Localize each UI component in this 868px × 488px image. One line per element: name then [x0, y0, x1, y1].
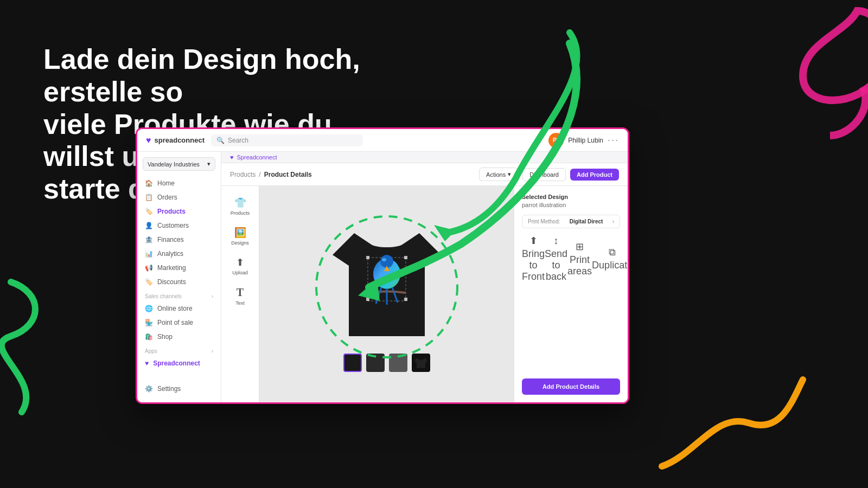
sidebar-label-shop: Shop: [157, 333, 173, 341]
send-to-back-icon: ↕: [554, 235, 559, 247]
right-panel: Selected Design parrot illustration Prin…: [514, 186, 628, 402]
products-icon: 🏷️: [145, 208, 153, 215]
shop-icon: 🛍️: [145, 333, 153, 341]
sidebar-label-customers: Customers: [157, 222, 189, 229]
breadcrumb: Products / Product Details: [230, 171, 312, 178]
tool-products[interactable]: 👕 Products: [225, 192, 256, 220]
add-product-button[interactable]: Add Product: [570, 169, 619, 181]
sidebar-label-discounts: Discounts: [157, 278, 186, 286]
tool-upload-icon: ⬆: [236, 256, 244, 268]
app-logo: ♥ spreadconnect: [146, 136, 205, 145]
logo-text: spreadconnect: [155, 136, 205, 144]
browser-topbar: ♥ spreadconnect 🔍 Search PL Phillip Lubi…: [137, 129, 628, 152]
action-icons-row: ⬆ Bring toFront ↕ Send toback ⊞ Print ar…: [522, 235, 620, 282]
canvas-area: [259, 186, 514, 402]
apps-expand-icon: ›: [212, 348, 213, 354]
shop-name: Vandelay Industries: [148, 161, 200, 168]
settings-label: Settings: [157, 385, 181, 393]
apps-section: Apps ›: [137, 344, 221, 356]
tool-designs[interactable]: 🖼️ Designs: [225, 222, 256, 250]
tool-text[interactable]: T Text: [225, 282, 256, 310]
sidebar-item-customers[interactable]: 👤 Customers: [137, 219, 221, 233]
tool-upload[interactable]: ⬆ Upload: [225, 252, 256, 280]
thumbnail-3[interactable]: [412, 354, 430, 372]
main-content: ♥ Spreadconnect Products / Product Detai…: [221, 152, 628, 402]
marketing-icon: 📢: [145, 264, 153, 272]
sidebar: Vandelay Industries ▾ 🏠 Home 📋 Orders 🏷️…: [137, 152, 221, 402]
sidebar-item-orders[interactable]: 📋 Orders: [137, 190, 221, 204]
selected-design-name: parrot illustration: [522, 202, 620, 208]
spreadconnect-tab-label: Spreadconnect: [237, 154, 277, 160]
tool-upload-label: Upload: [232, 270, 248, 275]
tool-designs-label: Designs: [231, 240, 249, 246]
user-name: Phillip Lubin: [568, 137, 603, 144]
sidebar-item-discounts[interactable]: 🏷️ Discounts: [137, 275, 221, 289]
sidebar-label-pos: Point of sale: [157, 319, 193, 326]
sidebar-label-spreadconnect: Spreadconnect: [153, 359, 200, 367]
thumbnail-1[interactable]: [366, 354, 385, 372]
print-areas-action[interactable]: ⊞ Print areas: [567, 241, 592, 277]
pos-icon: 🏪: [145, 319, 153, 326]
settings-item[interactable]: ⚙️ Settings: [137, 381, 221, 397]
breadcrumb-separator: /: [259, 171, 260, 178]
tool-products-label: Products: [231, 210, 250, 216]
sidebar-item-products[interactable]: 🏷️ Products: [137, 204, 221, 219]
analytics-icon: 📊: [145, 250, 153, 258]
home-icon: 🏠: [145, 179, 153, 187]
thumbnail-2[interactable]: [389, 354, 407, 372]
more-options-icon[interactable]: ···: [608, 134, 619, 146]
svg-rect-4: [404, 256, 407, 259]
shop-selector[interactable]: Vandelay Industries ▾: [143, 157, 215, 171]
sidebar-item-spreadconnect[interactable]: ♥ Spreadconnect: [137, 356, 221, 370]
sidebar-item-analytics[interactable]: 📊 Analytics: [137, 247, 221, 261]
tool-text-label: Text: [235, 300, 245, 306]
sales-channels-label: Sales channels: [145, 293, 182, 299]
bring-to-front-action[interactable]: ⬆ Bring toFront: [522, 235, 545, 282]
add-product-details-button[interactable]: Add Product Details: [522, 378, 620, 395]
sidebar-item-home[interactable]: 🏠 Home: [137, 176, 221, 190]
sidebar-label-home: Home: [157, 179, 175, 187]
duplicate-label: Duplicate: [592, 260, 628, 271]
tool-products-icon: 👕: [234, 197, 246, 209]
tool-designs-icon: 🖼️: [234, 227, 246, 239]
tool-sidebar: 👕 Products 🖼️ Designs ⬆ Upload T Text: [221, 186, 259, 402]
dashboard-button[interactable]: Dashboard: [522, 168, 566, 181]
expand-icon: ›: [212, 293, 213, 299]
sidebar-item-online-store[interactable]: 🌐 Online store: [137, 301, 221, 316]
bring-to-front-label: Bring toFront: [522, 248, 545, 282]
print-areas-icon: ⊞: [576, 241, 584, 253]
print-method-row[interactable]: Print Method: Digital Direct ›: [522, 215, 620, 228]
logo-icon: ♥: [146, 136, 151, 145]
send-to-back-action[interactable]: ↕ Send toback: [545, 235, 567, 282]
customers-icon: 👤: [145, 222, 153, 229]
actions-button[interactable]: Actions ▾: [479, 168, 518, 181]
editor-area: 👕 Products 🖼️ Designs ⬆ Upload T Text: [221, 186, 628, 402]
sidebar-label-marketing: Marketing: [157, 264, 186, 272]
browser-window: ♥ spreadconnect 🔍 Search PL Phillip Lubi…: [136, 127, 629, 404]
sidebar-label-analytics: Analytics: [157, 250, 183, 258]
sidebar-item-pos[interactable]: 🏪 Point of sale: [137, 316, 221, 330]
discounts-icon: 🏷️: [145, 278, 153, 286]
settings-icon: ⚙️: [145, 385, 153, 393]
avatar: PL: [548, 133, 564, 148]
breadcrumb-parent: Products: [230, 171, 256, 178]
svg-rect-6: [404, 298, 407, 301]
user-info: PL Phillip Lubin ···: [548, 133, 619, 148]
spreadconnect-tab[interactable]: ♥ Spreadconnect: [221, 152, 628, 163]
sidebar-item-shop[interactable]: 🛍️ Shop: [137, 330, 221, 344]
svg-point-9: [382, 258, 386, 261]
sidebar-label-finances: Finances: [157, 236, 184, 243]
search-bar[interactable]: 🔍 Search: [211, 134, 363, 146]
thumbnail-0[interactable]: [343, 354, 362, 372]
sidebar-item-marketing[interactable]: 📢 Marketing: [137, 261, 221, 275]
chevron-icon: ▾: [508, 171, 511, 178]
selected-design-title: Selected Design: [522, 194, 620, 200]
tool-text-icon: T: [237, 286, 244, 299]
search-icon: 🔍: [216, 137, 225, 144]
product-canvas: [333, 217, 441, 372]
orders-icon: 📋: [145, 194, 153, 201]
sidebar-label-products: Products: [157, 208, 186, 215]
duplicate-action[interactable]: ⧉ Duplicate: [592, 247, 628, 271]
sidebar-item-finances[interactable]: 🏦 Finances: [137, 233, 221, 247]
actions-label: Actions: [486, 171, 506, 178]
